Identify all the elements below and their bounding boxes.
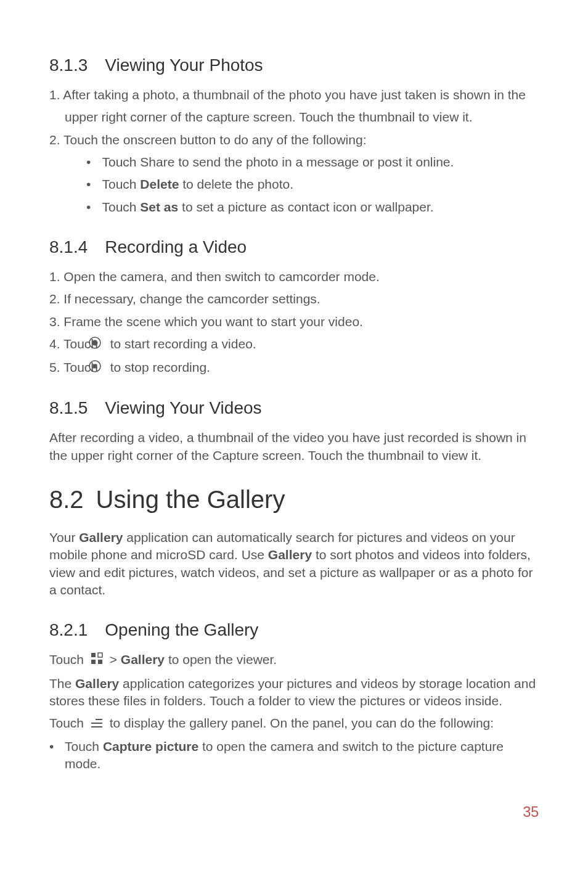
bullet-marker: • — [49, 738, 65, 755]
svg-point-1 — [92, 340, 97, 346]
heading-8-2-1: 8.2.1 Opening the Gallery — [49, 620, 539, 640]
paragraph: The Gallery application categorizes your… — [49, 675, 539, 710]
text-part: to display the gallery panel. On the pan… — [110, 716, 494, 730]
list-item-text-part: to stop recording. — [110, 360, 210, 374]
heading-8-2: 8.2 Using the Gallery — [49, 486, 539, 514]
menu-panel-icon — [90, 716, 104, 733]
bold-label: Delete — [140, 177, 179, 191]
bold-label: Capture picture — [103, 739, 198, 753]
text-part: application categorizes your pictures an… — [49, 676, 536, 708]
text-part: Touch — [49, 716, 88, 730]
list-item: 1. After taking a photo, a thumbnail of … — [49, 86, 539, 104]
text-part: The — [49, 676, 75, 690]
text-part: > — [110, 652, 121, 666]
sub-bullet: Touch Delete to delete the photo. — [49, 176, 539, 193]
bullet-text-part: to set a picture as contact icon or wall… — [178, 200, 433, 214]
bullet-item: •Touch Capture picture to open the camer… — [49, 738, 539, 773]
list-item: 4. Touch to start recording a video. — [49, 335, 539, 354]
apps-grid-icon — [90, 652, 104, 670]
bold-label: Gallery — [268, 547, 312, 562]
page-number: 35 — [49, 804, 539, 821]
bold-label: Gallery — [121, 652, 165, 666]
svg-rect-6 — [91, 660, 96, 664]
list-item: 1. Open the camera, and then switch to c… — [49, 268, 539, 285]
list-item-continuation: upper right corner of the capture screen… — [49, 109, 539, 126]
list-item: 2. If necessary, change the camcorder se… — [49, 290, 539, 308]
text-part: to open the viewer. — [165, 652, 277, 666]
text-part: Touch — [65, 739, 103, 753]
bullet-text-part: Touch — [102, 177, 140, 191]
heading-8-1-5: 8.1.5 Viewing Your Videos — [49, 398, 539, 418]
paragraph: Touch to display the gallery panel. On t… — [49, 715, 539, 733]
paragraph: Your Gallery application can automatical… — [49, 529, 539, 599]
text-part: Your — [49, 530, 79, 544]
list-item-text-part: to start recording a video. — [110, 337, 256, 351]
bullet-text-part: to delete the photo. — [179, 177, 293, 191]
bold-label: Set as — [140, 200, 178, 214]
bold-label: Gallery — [79, 530, 123, 544]
heading-8-1-3: 8.1.3 Viewing Your Photos — [49, 55, 539, 75]
sub-bullet: Touch Share to send the photo in a messa… — [49, 154, 539, 171]
svg-rect-5 — [98, 653, 102, 657]
bold-label: Gallery — [75, 676, 119, 690]
svg-rect-3 — [92, 364, 97, 369]
heading-8-1-4: 8.1.4 Recording a Video — [49, 237, 539, 257]
paragraph: Touch > Gallery to open the viewer. — [49, 651, 539, 670]
list-item: 2. Touch the onscreen button to do any o… — [49, 131, 539, 149]
bullet-text-part: Touch — [102, 200, 140, 214]
sub-bullet: Touch Set as to set a picture as contact… — [49, 199, 539, 216]
bullet-text: Touch Share to send the photo in a messa… — [102, 155, 454, 169]
svg-rect-7 — [98, 660, 102, 664]
paragraph: After recording a video, a thumbnail of … — [49, 429, 539, 464]
text-part: Touch — [49, 652, 88, 666]
svg-rect-4 — [91, 653, 96, 657]
list-item: 3. Frame the scene which you want to sta… — [49, 313, 539, 330]
list-item: 5. Touch to stop recording. — [49, 359, 539, 377]
